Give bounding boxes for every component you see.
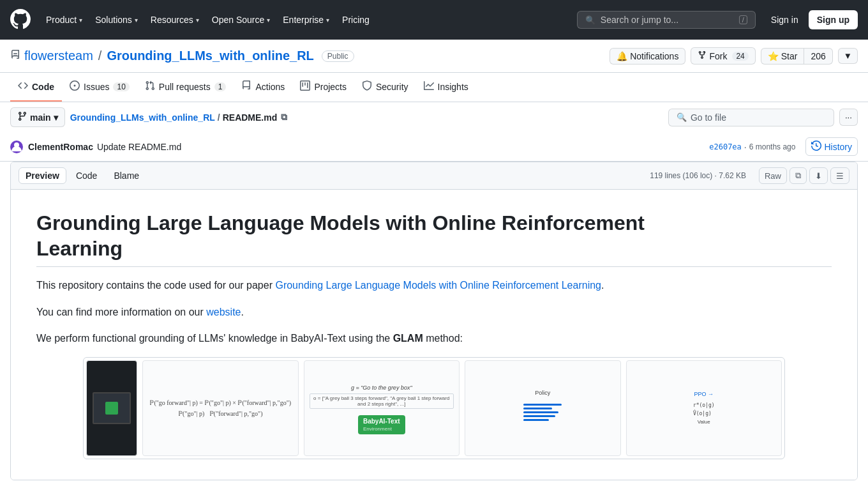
- blame-tab-button[interactable]: Blame: [107, 167, 146, 184]
- auth-buttons: Sign in Sign up: [766, 10, 858, 29]
- commit-row: ClementRomac Update README.md e2607ea · …: [0, 132, 868, 162]
- file-view: Preview Code Blame 119 lines (106 loc) ·…: [10, 162, 858, 480]
- insights-icon: [424, 80, 434, 93]
- tab-issues[interactable]: Issues 10: [62, 73, 137, 102]
- nav-item-enterprise[interactable]: Enterprise ▾: [278, 11, 334, 29]
- history-icon: [811, 141, 821, 153]
- website-link[interactable]: website: [206, 307, 241, 317]
- download-button[interactable]: ⬇: [809, 167, 828, 184]
- chevron-down-icon: ▾: [196, 17, 199, 24]
- paper-link[interactable]: Grounding Large Language Models with Onl…: [275, 280, 601, 291]
- branch-name: main: [30, 112, 51, 123]
- breadcrumb-separator: /: [218, 112, 220, 123]
- raw-button[interactable]: Raw: [759, 167, 787, 184]
- commit-separator: ·: [744, 142, 747, 152]
- breadcrumb-filename: README.md: [223, 112, 278, 123]
- top-nav: Product ▾ Solutions ▾ Resources ▾ Open S…: [0, 0, 868, 40]
- pr-count-badge: 1: [214, 82, 227, 91]
- star-count-button[interactable]: 206: [804, 48, 832, 65]
- commit-timestamp: 6 months ago: [749, 142, 796, 151]
- more-options-button[interactable]: ▼: [838, 48, 858, 64]
- bell-icon: 🔔: [617, 51, 627, 61]
- branch-selector[interactable]: main ▾: [10, 107, 65, 127]
- repo-name-link[interactable]: Grounding_LLMs_with_online_RL: [107, 49, 313, 63]
- tab-actions[interactable]: Actions: [234, 73, 292, 102]
- copy-path-icon[interactable]: ⧉: [280, 111, 288, 124]
- fork-count: 24: [732, 52, 748, 61]
- notifications-button[interactable]: 🔔 Notifications: [610, 48, 685, 65]
- repo-actions: 🔔 Notifications Fork 24 ⭐ Star 206 ▼: [610, 47, 858, 65]
- babyai-text-box: BabyAI-TextEnvironment: [358, 415, 405, 434]
- nav-item-product[interactable]: Product ▾: [41, 11, 87, 29]
- branch-icon: [17, 111, 27, 123]
- outline-button[interactable]: ☰: [830, 167, 849, 184]
- glam-bold: GLAM: [393, 333, 423, 344]
- history-button[interactable]: History: [805, 137, 858, 156]
- preview-tab-button[interactable]: Preview: [19, 167, 66, 184]
- commit-message: Update README.md: [97, 142, 181, 152]
- tab-projects[interactable]: Projects: [292, 73, 354, 102]
- branch-chevron-icon: ▾: [54, 112, 58, 123]
- slash-shortcut: /: [739, 15, 747, 24]
- readme-content: Grounding Large Language Models with Onl…: [11, 190, 857, 480]
- nav-items: Product ▾ Solutions ▾ Resources ▾ Open S…: [41, 11, 375, 29]
- repo-header: flowersteam / Grounding_LLMs_with_online…: [0, 40, 868, 73]
- fork-icon: [698, 50, 707, 61]
- tab-insights[interactable]: Insights: [416, 73, 476, 102]
- readme-paragraph-1: This repository contains the code used f…: [36, 277, 832, 294]
- star-button[interactable]: ⭐ Star: [761, 48, 804, 65]
- security-icon: [362, 80, 372, 93]
- breadcrumb: Grounding_LLMs_with_online_RL / README.m…: [70, 111, 289, 124]
- repo-owner-link[interactable]: flowersteam: [24, 49, 93, 63]
- code-tab-button[interactable]: Code: [69, 167, 104, 184]
- chevron-down-icon: ▾: [326, 17, 329, 24]
- repo-slash: /: [98, 49, 102, 63]
- copy-file-button[interactable]: ⧉: [789, 167, 807, 184]
- repo-type-icon: [10, 49, 20, 63]
- actions-icon: [241, 80, 251, 93]
- file-meta: 119 lines (106 loc) · 7.62 KB: [650, 171, 746, 180]
- repo-tabs: Code Issues 10 Pull requests 1 Actions P…: [0, 73, 868, 102]
- search-box[interactable]: 🔍 Search or jump to... /: [577, 11, 756, 29]
- chevron-down-icon: ▾: [135, 17, 138, 24]
- repo-title: flowersteam / Grounding_LLMs_with_online…: [10, 49, 354, 63]
- star-icon: ⭐: [768, 51, 779, 61]
- pr-icon: [145, 80, 155, 93]
- readme-figure: ℙ("go forward"| p) = ℙ("go"| p) × ℙ("for…: [36, 357, 832, 459]
- breadcrumb-repo-link[interactable]: Grounding_LLMs_with_online_RL: [70, 112, 215, 123]
- tab-pull-requests[interactable]: Pull requests 1: [137, 73, 234, 102]
- readme-paragraph-3: We perform functional grounding of LLMs'…: [36, 330, 832, 347]
- nav-item-resources[interactable]: Resources ▾: [146, 11, 204, 29]
- nav-item-solutions[interactable]: Solutions ▾: [90, 11, 143, 29]
- code-icon: [18, 80, 28, 93]
- file-toolbar: Preview Code Blame 119 lines (106 loc) ·…: [11, 162, 857, 190]
- file-actions: Raw ⧉ ⬇ ☰: [759, 167, 849, 184]
- issues-count-badge: 10: [113, 82, 129, 91]
- nav-item-open-source[interactable]: Open Source ▾: [207, 11, 276, 29]
- avatar: [10, 141, 23, 153]
- readme-paragraph-2: You can find more information on our web…: [36, 304, 832, 321]
- repo-visibility-badge: Public: [322, 50, 354, 62]
- github-logo[interactable]: [10, 9, 31, 31]
- search-icon: 🔍: [585, 15, 595, 25]
- sign-up-button[interactable]: Sign up: [809, 10, 858, 29]
- star-button-group: ⭐ Star 206: [761, 48, 833, 65]
- readme-title: Grounding Large Language Models with Onl…: [36, 210, 832, 267]
- file-nav: main ▾ Grounding_LLMs_with_online_RL / R…: [0, 102, 868, 132]
- issue-icon: [70, 80, 80, 93]
- commit-author[interactable]: ClementRomac: [28, 142, 93, 152]
- tab-security[interactable]: Security: [354, 73, 416, 102]
- projects-icon: [300, 80, 310, 93]
- commit-hash[interactable]: e2607ea: [709, 142, 742, 151]
- go-to-file-button[interactable]: 🔍 Go to file: [668, 109, 834, 126]
- file-more-options-button[interactable]: ···: [839, 109, 858, 126]
- sign-in-button[interactable]: Sign in: [766, 10, 804, 29]
- search-icon: 🔍: [677, 112, 687, 122]
- fork-button[interactable]: Fork 24: [691, 47, 755, 65]
- tab-code[interactable]: Code: [10, 73, 62, 102]
- nav-item-pricing[interactable]: Pricing: [337, 11, 375, 29]
- chevron-down-icon: ▾: [267, 17, 270, 24]
- chevron-down-icon: ▾: [79, 17, 82, 24]
